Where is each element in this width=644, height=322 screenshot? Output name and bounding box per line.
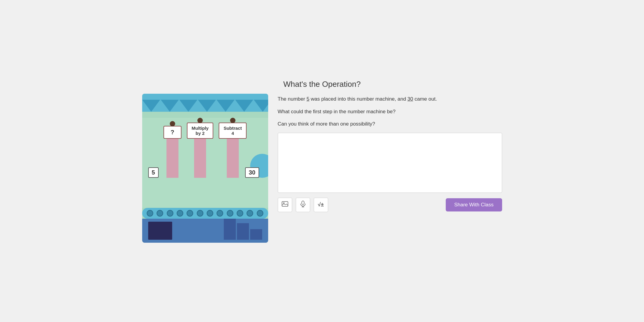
box1-label: ? — [163, 126, 181, 139]
mic-icon — [300, 201, 306, 209]
conveyor-dot — [257, 210, 263, 217]
machine-box-subtract: Subtract 4 — [219, 118, 247, 178]
stair-3 — [250, 229, 262, 240]
stair-1 — [224, 216, 236, 240]
machine-body: ? Multiply by 2 — [142, 118, 268, 208]
question2-text: Can you think of more than one possibili… — [278, 120, 502, 128]
box-knob-1 — [170, 121, 175, 126]
conveyor-dot — [207, 210, 213, 217]
machine-top-bar — [142, 94, 268, 112]
image-icon — [282, 201, 288, 209]
mic-button[interactable] — [296, 198, 310, 212]
conveyor-dot — [177, 210, 183, 217]
machine-illustration: ? Multiply by 2 — [142, 94, 268, 243]
output-number: 30 — [245, 167, 259, 178]
stair-2 — [237, 223, 249, 240]
math-icon: √± — [318, 202, 324, 208]
conveyor-dot — [187, 210, 193, 217]
box3-label: Subtract 4 — [219, 123, 247, 139]
conveyor-dot — [197, 210, 203, 217]
conveyor-dot — [147, 210, 153, 217]
math-button[interactable]: √± — [314, 198, 328, 212]
box-knob-2 — [197, 118, 203, 123]
box2-label: Multiply by 2 — [187, 123, 214, 139]
conveyor-dot — [217, 210, 223, 217]
svg-rect-0 — [282, 202, 288, 206]
share-with-class-button[interactable]: Share With Class — [446, 198, 502, 211]
conveyor-dot — [227, 210, 233, 217]
answer-textarea[interactable] — [278, 133, 502, 193]
box2-pillar — [194, 139, 206, 178]
conveyor-dot — [247, 210, 253, 217]
machine-box-question: ? — [163, 121, 181, 178]
input-number: 5 — [148, 167, 159, 178]
box-knob-3 — [230, 118, 235, 123]
image-button[interactable] — [278, 198, 292, 212]
box1-pillar — [166, 139, 178, 178]
question1-text: What could the first step in the number … — [278, 108, 502, 116]
conveyor-dot — [157, 210, 163, 217]
machine-box-multiply: Multiply by 2 — [187, 118, 214, 178]
toolbar: √± Share With Class — [278, 198, 502, 212]
conveyor-belt — [142, 208, 268, 219]
page-title: What's the Operation? — [283, 80, 361, 89]
machine-bottom — [142, 219, 268, 243]
description-text: The number 5 was placed into this number… — [278, 95, 502, 103]
bottom-block-left — [148, 222, 172, 240]
svg-rect-2 — [302, 201, 304, 205]
box3-pillar — [227, 139, 239, 178]
conveyor-dot — [237, 210, 243, 217]
conveyor-dot — [167, 210, 173, 217]
staircase — [224, 216, 262, 240]
right-panel: The number 5 was placed into this number… — [278, 94, 502, 212]
